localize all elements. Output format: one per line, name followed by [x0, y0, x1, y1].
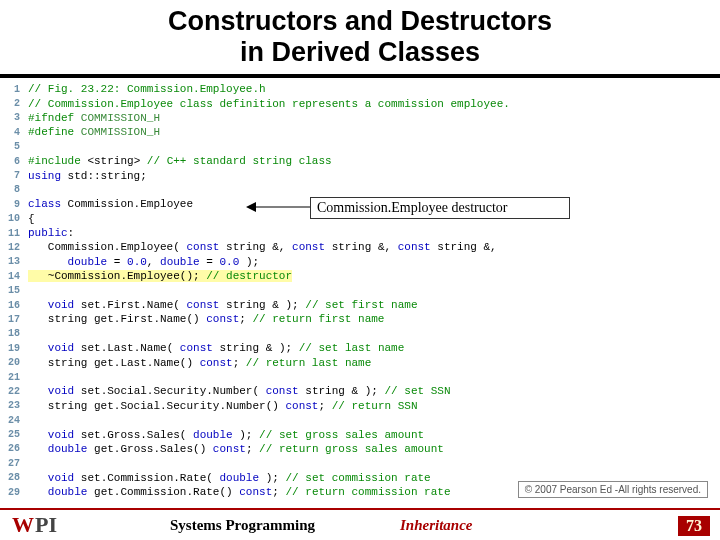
line-number: 27: [6, 458, 28, 469]
line-number: 13: [6, 256, 28, 267]
code-content: double = 0.0, double = 0.0 );: [28, 256, 259, 268]
code-content: void set.First.Name( const string & ); /…: [28, 299, 418, 311]
wpi-logo: W PI: [12, 512, 57, 538]
code-content: double get.Commission.Rate() const; // r…: [28, 486, 451, 498]
footer-page-number: 73: [678, 516, 710, 536]
code-content: void set.Gross.Sales( double ); // set g…: [28, 429, 424, 441]
code-content: {: [28, 213, 35, 225]
line-number: 29: [6, 487, 28, 498]
code-line: 20 string get.Last.Name() const; // retu…: [6, 355, 720, 369]
code-line: 13 double = 0.0, double = 0.0 );: [6, 255, 720, 269]
line-number: 4: [6, 127, 28, 138]
line-number: 22: [6, 386, 28, 397]
code-line: 17 string get.First.Name() const; // ret…: [6, 312, 720, 326]
code-content: #ifndef COMMISSION_H: [28, 112, 160, 124]
code-line: 27: [6, 456, 720, 470]
code-line: 1// Fig. 23.22: Commission.Employee.h: [6, 82, 720, 96]
code-content: public:: [28, 227, 74, 239]
code-content: void set.Social.Security.Number( const s…: [28, 385, 451, 397]
logo-w: W: [12, 512, 33, 538]
line-number: 18: [6, 328, 28, 339]
code-line: 15: [6, 283, 720, 297]
copyright-text: © 2007 Pearson Ed -All rights reserved.: [525, 484, 701, 495]
code-line: 7using std::string;: [6, 168, 720, 182]
code-line: 4#define COMMISSION_H: [6, 125, 720, 139]
code-line: 21: [6, 370, 720, 384]
code-content: string get.Last.Name() const; // return …: [28, 357, 371, 369]
code-listing: 1// Fig. 23.22: Commission.Employee.h2//…: [0, 82, 720, 502]
code-content: class Commission.Employee: [28, 198, 193, 210]
svg-marker-1: [246, 202, 256, 212]
line-number: 10: [6, 213, 28, 224]
code-line: 8: [6, 183, 720, 197]
slide-title-text: Constructors and Destructorsin Derived C…: [168, 6, 552, 68]
line-number: 3: [6, 112, 28, 123]
line-number: 28: [6, 472, 28, 483]
logo-pi: PI: [35, 512, 57, 538]
code-line: 5: [6, 140, 720, 154]
code-content: double get.Gross.Sales() const; // retur…: [28, 443, 444, 455]
code-line: 18: [6, 327, 720, 341]
line-number: 19: [6, 343, 28, 354]
line-number: 11: [6, 228, 28, 239]
code-line: 23 string get.Social.Security.Number() c…: [6, 399, 720, 413]
code-content: #include <string> // C++ standard string…: [28, 155, 332, 167]
code-line: 11public:: [6, 226, 720, 240]
code-line: 3#ifndef COMMISSION_H: [6, 111, 720, 125]
line-number: 6: [6, 156, 28, 167]
line-number: 1: [6, 84, 28, 95]
code-line: 2// Commission.Employee class definition…: [6, 96, 720, 110]
line-number: 9: [6, 199, 28, 210]
line-number: 26: [6, 443, 28, 454]
line-number: 25: [6, 429, 28, 440]
code-content: // Fig. 23.22: Commission.Employee.h: [28, 83, 266, 95]
line-number: 15: [6, 285, 28, 296]
line-number: 12: [6, 242, 28, 253]
slide-title: Constructors and Destructorsin Derived C…: [0, 0, 720, 78]
code-content: #define COMMISSION_H: [28, 126, 160, 138]
code-content: // Commission.Employee class definition …: [28, 98, 510, 110]
copyright-badge: © 2007 Pearson Ed -All rights reserved.: [518, 481, 708, 498]
line-number: 16: [6, 300, 28, 311]
callout-text: Commission.Employee destructor: [317, 200, 508, 215]
line-number: 23: [6, 400, 28, 411]
code-content: string get.First.Name() const; // return…: [28, 313, 384, 325]
code-content: using std::string;: [28, 170, 147, 182]
callout-box: Commission.Employee destructor: [310, 197, 570, 219]
callout-arrow: [246, 198, 310, 216]
code-line: 14 ~Commission.Employee(); // destructor: [6, 269, 720, 283]
code-line: 22 void set.Social.Security.Number( cons…: [6, 384, 720, 398]
code-line: 25 void set.Gross.Sales( double ); // se…: [6, 427, 720, 441]
code-content: void set.Commission.Rate( double ); // s…: [28, 472, 431, 484]
code-line: 6#include <string> // C++ standard strin…: [6, 154, 720, 168]
line-number: 17: [6, 314, 28, 325]
line-number: 24: [6, 415, 28, 426]
code-line: 24: [6, 413, 720, 427]
slide-footer: W PI Systems Programming Inheritance 73: [0, 508, 720, 540]
code-line: 12 Commission.Employee( const string &, …: [6, 240, 720, 254]
footer-topic: Inheritance: [400, 517, 473, 534]
line-number: 8: [6, 184, 28, 195]
code-line: 16 void set.First.Name( const string & )…: [6, 298, 720, 312]
line-number: 2: [6, 98, 28, 109]
line-number: 20: [6, 357, 28, 368]
line-number: 21: [6, 372, 28, 383]
footer-course: Systems Programming: [170, 517, 315, 534]
line-number: 14: [6, 271, 28, 282]
code-content: void set.Last.Name( const string & ); //…: [28, 342, 404, 354]
code-line: 19 void set.Last.Name( const string & );…: [6, 341, 720, 355]
code-content: Commission.Employee( const string &, con…: [28, 241, 497, 253]
code-line: 26 double get.Gross.Sales() const; // re…: [6, 442, 720, 456]
line-number: 5: [6, 141, 28, 152]
code-content: string get.Social.Security.Number() cons…: [28, 400, 418, 412]
code-content: ~Commission.Employee(); // destructor: [28, 270, 292, 282]
line-number: 7: [6, 170, 28, 181]
